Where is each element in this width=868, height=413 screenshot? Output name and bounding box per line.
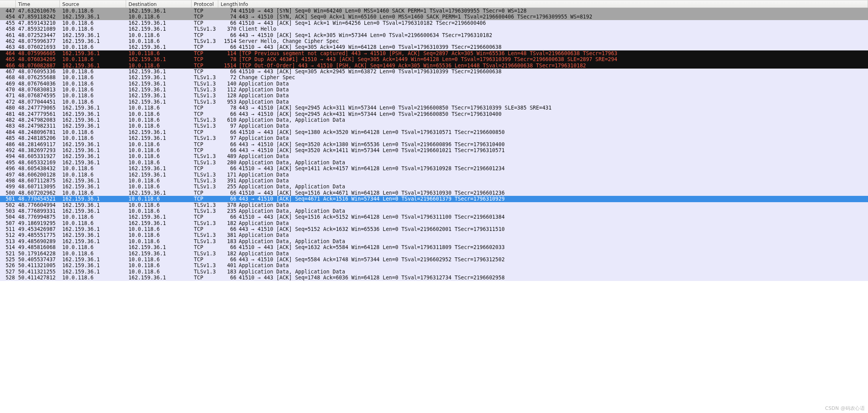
packet-row[interactable]: 50148.770454521162.159.36.110.0.118.6TCP… — [0, 196, 868, 202]
cell-no: 525 — [0, 257, 16, 262]
packet-list-pane[interactable]: TimeSourceDestinationProtocolLengthInfo … — [0, 0, 868, 281]
cell-info: 443 → 41510 [ACK] Seq=5152 Ack=1632 Win=… — [238, 226, 868, 232]
cell-len: 489 — [218, 153, 238, 159]
packet-row[interactable]: 52850.41142781210.0.118.6162.159.36.1TCP… — [0, 275, 868, 281]
cell-time: 48.248096781 — [16, 129, 60, 135]
column-header-len[interactable]: Length — [218, 0, 238, 7]
cell-no: 462 — [0, 38, 16, 44]
packet-row[interactable]: 49448.605331927162.159.36.110.0.118.6TLS… — [0, 153, 868, 159]
packet-row[interactable]: 52150.17916422810.0.118.6162.159.36.1TLS… — [0, 251, 868, 257]
packet-row[interactable]: 48348.247982311162.159.36.110.0.118.6TLS… — [0, 123, 868, 129]
packet-row[interactable]: 46448.075996605162.159.36.110.0.118.6TCP… — [0, 50, 868, 56]
packet-rows[interactable]: 44747.63261067610.0.118.6162.159.36.1TCP… — [0, 8, 868, 281]
packet-row[interactable]: 46648.076082887162.159.36.110.0.118.6TCP… — [0, 63, 868, 69]
cell-prot: TCP — [191, 105, 218, 111]
cell-info: 41510 → 443 [ACK] Seq=1 Ack=1 Win=64256 … — [238, 20, 868, 26]
packet-row[interactable]: 48548.24818520610.0.118.6162.159.36.1TLS… — [0, 135, 868, 141]
packet-row[interactable]: 51449.48581606810.0.118.6162.159.36.1TCP… — [0, 244, 868, 250]
cell-src: 162.159.36.1 — [60, 117, 126, 123]
cell-no: 486 — [0, 141, 16, 147]
packet-row[interactable]: 50749.18691929510.0.118.6162.159.36.1TLS… — [0, 220, 868, 226]
packet-row[interactable]: 52650.411321005162.159.36.110.0.118.6TLS… — [0, 262, 868, 268]
packet-row[interactable]: 51149.453426987162.159.36.110.0.118.6TCP… — [0, 226, 868, 232]
packet-row[interactable]: 49648.60543843210.0.118.6162.159.36.1TCP… — [0, 166, 868, 171]
packet-row[interactable]: 52750.411321255162.159.36.110.0.118.6TLS… — [0, 269, 868, 275]
cell-dst: 10.0.118.6 — [126, 184, 191, 190]
cell-dst: 162.159.36.1 — [126, 220, 191, 226]
packet-row[interactable]: 46548.07603420510.0.118.6162.159.36.1TCP… — [0, 56, 868, 62]
packet-row[interactable]: 49248.382697293162.159.36.110.0.118.6TCP… — [0, 147, 868, 153]
cell-prot: TCP — [191, 257, 218, 262]
cell-prot: TLSv1.3 — [191, 123, 218, 129]
packet-row[interactable]: 45547.85914321010.0.118.6162.159.36.1TCP… — [0, 20, 868, 26]
column-header-time[interactable]: Time — [16, 0, 60, 7]
packet-row[interactable]: 48648.281469117162.159.36.110.0.118.6TCP… — [0, 141, 868, 147]
cell-info: 443 → 41510 [ACK] Seq=2945 Ack=431 Win=5… — [238, 111, 868, 117]
cell-src: 162.159.36.1 — [60, 226, 126, 232]
packet-row[interactable]: 45447.859118242162.159.36.110.0.118.6TCP… — [0, 14, 868, 20]
column-header-no[interactable] — [0, 0, 16, 7]
cell-len: 97 — [218, 123, 238, 129]
cell-dst: 162.159.36.1 — [126, 99, 191, 105]
packet-row[interactable]: 47048.07683081310.0.118.6162.159.36.1TLS… — [0, 87, 868, 93]
cell-len: 66 — [218, 20, 238, 26]
packet-row[interactable]: 46348.07602169310.0.118.6162.159.36.1TCP… — [0, 44, 868, 50]
packet-row[interactable]: 46948.07676403610.0.118.6162.159.36.1TLS… — [0, 81, 868, 87]
packet-row[interactable]: 50448.77699487510.0.118.6162.159.36.1TCP… — [0, 214, 868, 220]
packet-row[interactable]: 46848.07625568810.0.118.6162.159.36.1TLS… — [0, 74, 868, 80]
cell-src: 10.0.118.6 — [60, 44, 126, 50]
cell-info: Server Hello, Change Cipher Spec — [238, 38, 868, 44]
packet-row[interactable]: 50248.776604994162.159.36.110.0.118.6TLS… — [0, 202, 868, 208]
packet-row[interactable]: 48148.247779561162.159.36.110.0.118.6TCP… — [0, 111, 868, 117]
cell-len: 370 — [218, 26, 238, 32]
cell-src: 162.159.36.1 — [60, 141, 126, 147]
cell-prot: TCP — [191, 63, 218, 69]
cell-dst: 10.0.118.6 — [126, 178, 191, 184]
column-header-prot[interactable]: Protocol — [191, 0, 218, 7]
cell-dst: 10.0.118.6 — [126, 153, 191, 159]
cell-time: 48.605332169 — [16, 160, 60, 166]
packet-row[interactable]: 49748.60620012810.0.118.6162.159.36.1TLS… — [0, 172, 868, 178]
packet-row[interactable]: 44747.63261067610.0.118.6162.159.36.1TCP… — [0, 8, 868, 14]
cell-no: 447 — [0, 8, 16, 14]
cell-dst: 162.159.36.1 — [126, 214, 191, 220]
packet-row[interactable]: 48448.24809678110.0.118.6162.159.36.1TCP… — [0, 129, 868, 135]
column-header-dst[interactable]: Destination — [126, 0, 191, 7]
packet-row[interactable]: 46148.072523447162.159.36.110.0.118.6TCP… — [0, 32, 868, 38]
packet-row[interactable]: 49848.607112875162.159.36.110.0.118.6TLS… — [0, 178, 868, 184]
cell-len: 183 — [218, 269, 238, 275]
packet-row[interactable]: 45847.85932108910.0.118.6162.159.36.1TLS… — [0, 26, 868, 32]
packet-row[interactable]: 51349.485690289162.159.36.110.0.118.6TLS… — [0, 238, 868, 244]
column-header-src[interactable]: Source — [60, 0, 126, 7]
cell-time: 49.485551775 — [16, 232, 60, 238]
cell-src: 10.0.118.6 — [60, 214, 126, 220]
cell-prot: TLSv1.3 — [191, 26, 218, 32]
packet-row[interactable]: 49548.605332169162.159.36.110.0.118.6TLS… — [0, 160, 868, 166]
packet-row[interactable]: 48248.247982083162.159.36.110.0.118.6TLS… — [0, 117, 868, 123]
cell-time: 47.859143210 — [16, 20, 60, 26]
cell-prot: TLSv1.3 — [191, 184, 218, 190]
cell-info: Application Data — [238, 262, 868, 268]
cell-info: 41510 → 443 [ACK] Seq=1748 Ack=6036 Win=… — [238, 275, 868, 281]
cell-time: 48.776994875 — [16, 214, 60, 220]
packet-row[interactable]: 46248.075996377162.159.36.110.0.118.6TLS… — [0, 38, 868, 44]
cell-no: 467 — [0, 69, 16, 74]
cell-prot: TLSv1.3 — [191, 117, 218, 123]
packet-row[interactable]: 47248.07704445110.0.118.6162.159.36.1TLS… — [0, 99, 868, 105]
packet-row[interactable]: 50348.776899331162.159.36.110.0.118.6TLS… — [0, 208, 868, 214]
cell-prot: TCP — [191, 141, 218, 147]
packet-row[interactable]: 49948.607113095162.159.36.110.0.118.6TLS… — [0, 184, 868, 190]
packet-row[interactable]: 50048.60720296210.0.118.6162.159.36.1TCP… — [0, 190, 868, 196]
cell-time: 48.076764036 — [16, 81, 60, 87]
cell-src: 10.0.118.6 — [60, 93, 126, 99]
column-headers[interactable]: TimeSourceDestinationProtocolLengthInfo — [0, 0, 868, 8]
packet-row[interactable]: 52550.405537437162.159.36.110.0.118.6TCP… — [0, 257, 868, 262]
packet-row[interactable]: 47148.07687459510.0.118.6162.159.36.1TLS… — [0, 93, 868, 99]
cell-info: Application Data, Application Data — [238, 238, 868, 244]
packet-row[interactable]: 46748.07609533610.0.118.6162.159.36.1TCP… — [0, 69, 868, 74]
packet-row[interactable]: 48048.247779065162.159.36.110.0.118.6TCP… — [0, 105, 868, 111]
packet-row[interactable]: 51249.485551775162.159.36.110.0.118.6TLS… — [0, 232, 868, 238]
cell-no: 512 — [0, 232, 16, 238]
column-header-info[interactable]: Info — [238, 0, 868, 7]
cell-src: 10.0.118.6 — [60, 8, 126, 14]
